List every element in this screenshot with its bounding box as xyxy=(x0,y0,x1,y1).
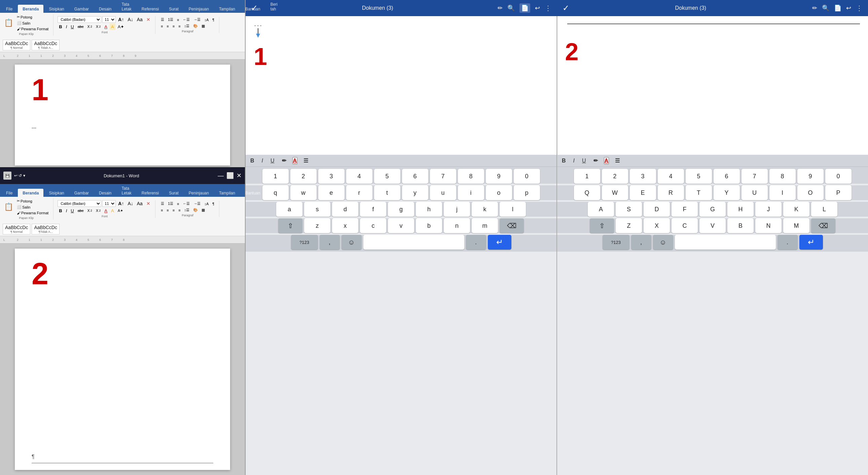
underline-button[interactable]: U xyxy=(69,24,75,30)
mobile-right-check-icon[interactable]: ✓ xyxy=(562,3,569,13)
multilevel-list-button-2[interactable]: ≡ xyxy=(176,201,180,207)
text-highlight-button[interactable]: A xyxy=(103,24,108,30)
bullet-list-button-2[interactable]: ☰ xyxy=(159,201,165,207)
tab2-referensi[interactable]: Referensi xyxy=(137,189,163,197)
shrink-font-button[interactable]: A↓ xyxy=(126,16,134,23)
key-B-right[interactable]: B xyxy=(727,218,754,233)
number-list-button[interactable]: 1☰ xyxy=(166,17,175,23)
key-2-left[interactable]: 2 xyxy=(290,169,317,184)
key-o-left[interactable]: o xyxy=(486,185,512,200)
tab2-sisipkan[interactable]: Sisipkan xyxy=(44,189,69,197)
key-p-left[interactable]: p xyxy=(514,185,540,200)
superscript-button[interactable]: X2 xyxy=(95,24,102,29)
superscript-button-2[interactable]: X2 xyxy=(95,208,102,213)
justify-button[interactable]: ≡ xyxy=(177,24,182,29)
kb-underline-button-left[interactable]: U xyxy=(269,157,276,164)
bold-button-2[interactable]: B xyxy=(58,208,63,214)
key-9-right[interactable]: 9 xyxy=(797,169,824,184)
key-1-left[interactable]: 1 xyxy=(262,169,289,184)
key-v-left[interactable]: v xyxy=(388,218,414,233)
key-comma-right[interactable]: , xyxy=(631,235,651,250)
font-color-button[interactable]: A xyxy=(110,24,115,30)
key-M-right[interactable]: M xyxy=(783,218,809,233)
mobile-right-search-icon[interactable]: 🔍 xyxy=(822,4,829,12)
key-m-left[interactable]: m xyxy=(472,218,498,233)
tab-surat[interactable]: Surat xyxy=(164,5,183,13)
tab-bantuan[interactable]: Bantuan xyxy=(241,5,265,13)
key-i-left[interactable]: i xyxy=(458,185,484,200)
key-X-right[interactable]: X xyxy=(644,218,670,233)
tab-beranda[interactable]: Beranda xyxy=(18,5,43,13)
mobile-left-more-icon[interactable]: ⋮ xyxy=(545,4,551,12)
key-0-left[interactable]: 0 xyxy=(514,169,540,184)
key-T-right[interactable]: T xyxy=(686,185,712,200)
key-g-left[interactable]: g xyxy=(388,202,414,217)
tab2-surat[interactable]: Surat xyxy=(164,189,183,197)
kb-underline-button-right[interactable]: U xyxy=(581,157,587,164)
multilevel-list-button[interactable]: ≡ xyxy=(176,17,180,23)
increase-indent-button[interactable]: →☰ xyxy=(192,17,202,23)
number-list-button-2[interactable]: 1☰ xyxy=(166,201,175,207)
key-f-left[interactable]: f xyxy=(360,202,386,217)
key-123-right[interactable]: ?123 xyxy=(602,235,629,250)
key-space-left[interactable] xyxy=(363,235,464,250)
change-case-button[interactable]: Aa xyxy=(135,16,144,23)
key-O-right[interactable]: O xyxy=(797,185,824,200)
kb-bold-button-right[interactable]: B xyxy=(560,157,567,164)
strikethrough-button-2[interactable]: abc xyxy=(76,208,85,213)
kb-pencil-button-left[interactable]: ✏ xyxy=(281,157,288,164)
minimize-button[interactable]: — xyxy=(218,172,224,179)
key-space-right[interactable] xyxy=(675,235,776,250)
tab2-tata-letak[interactable]: Tata Letak xyxy=(117,184,136,197)
justify-button-2[interactable]: ≡ xyxy=(177,208,182,213)
align-left-button[interactable]: ≡ xyxy=(159,24,164,29)
key-emoji-right[interactable]: ☺ xyxy=(653,235,673,250)
key-backspace-left[interactable]: ⌫ xyxy=(500,218,524,233)
key-9-left[interactable]: 9 xyxy=(486,169,512,184)
key-j-left[interactable]: j xyxy=(444,202,470,217)
mobile-right-undo-icon[interactable]: ↩ xyxy=(846,4,851,12)
key-r-left[interactable]: r xyxy=(346,185,372,200)
show-formatting-button[interactable]: ¶ xyxy=(211,17,216,23)
key-s-left[interactable]: s xyxy=(304,202,330,217)
tab-beri-tah[interactable]: Beri tah xyxy=(266,0,282,13)
key-U-right[interactable]: U xyxy=(742,185,768,200)
cut-button[interactable]: ✂ Potong xyxy=(16,14,50,20)
tab2-peninjauan[interactable]: Peninjauan xyxy=(184,189,214,197)
bold-button[interactable]: B xyxy=(58,24,63,30)
key-H-right[interactable]: H xyxy=(727,202,754,217)
key-S-right[interactable]: S xyxy=(616,202,642,217)
key-Q-right[interactable]: Q xyxy=(574,185,600,200)
strikethrough-button[interactable]: abc xyxy=(76,24,85,29)
sort-button[interactable]: ↕A xyxy=(203,17,210,23)
font-size-select-2[interactable]: 11 xyxy=(102,200,116,207)
key-7-right[interactable]: 7 xyxy=(742,169,768,184)
normal-style-button-2[interactable]: AaBbCcDc ¶Normal xyxy=(3,224,30,234)
tab-gambar[interactable]: Gambar xyxy=(70,5,94,13)
highlight-button-2[interactable]: A xyxy=(103,208,108,214)
kb-italic-button-left[interactable]: I xyxy=(260,157,265,164)
grow-font-button-2[interactable]: A↑ xyxy=(117,200,125,207)
tab2-bantuan[interactable]: Bantuan xyxy=(241,189,265,197)
mobile-left-search-icon[interactable]: 🔍 xyxy=(507,4,515,12)
key-5-right[interactable]: 5 xyxy=(686,169,712,184)
key-period-left[interactable]: . xyxy=(466,235,486,250)
key-D-right[interactable]: D xyxy=(644,202,670,217)
font-name-select[interactable]: Calibri (Badan) xyxy=(58,16,101,23)
tab-desain[interactable]: Desain xyxy=(94,5,116,13)
increase-indent-button-2[interactable]: →☰ xyxy=(192,201,202,207)
key-0-right[interactable]: 0 xyxy=(825,169,851,184)
key-l-left[interactable]: l xyxy=(500,202,526,217)
tab-file[interactable]: File xyxy=(1,5,17,13)
paragraph-shading-button-2[interactable]: 🎨 xyxy=(192,207,199,213)
paste-button-2[interactable]: 📋 xyxy=(3,202,14,212)
paste-button[interactable]: 📋 xyxy=(3,18,14,28)
key-t-left[interactable]: t xyxy=(374,185,400,200)
key-F-right[interactable]: F xyxy=(672,202,698,217)
kb-pencil-button-right[interactable]: ✏ xyxy=(592,157,599,164)
line-spacing-button[interactable]: ↕☰ xyxy=(183,23,191,29)
key-d-left[interactable]: d xyxy=(332,202,358,217)
kb-color-a-button-right[interactable]: A xyxy=(604,157,609,164)
mobile-right-doc-icon[interactable]: 📄 xyxy=(834,4,841,12)
tab-sisipkan[interactable]: Sisipkan xyxy=(44,5,69,13)
